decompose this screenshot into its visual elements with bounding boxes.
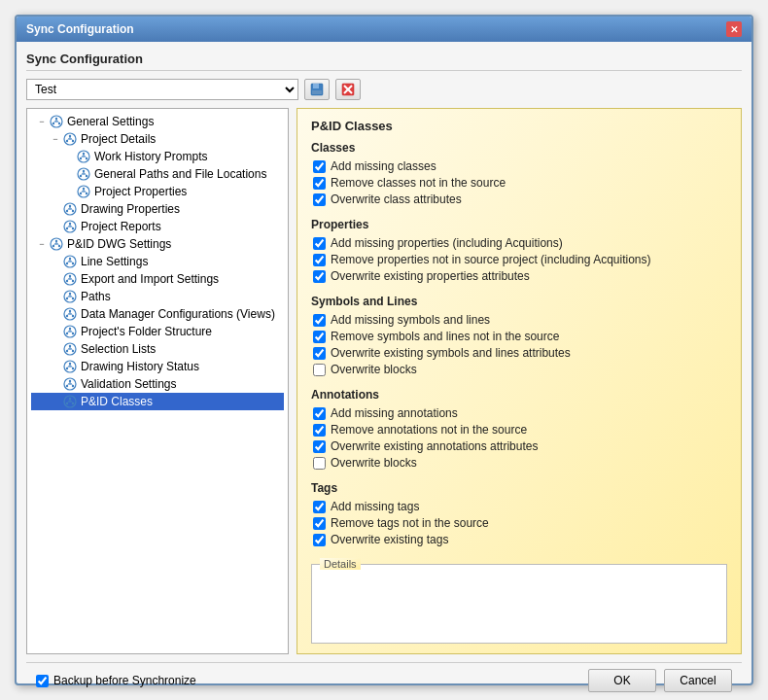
close-button[interactable]: ✕	[726, 21, 742, 37]
cancel-button[interactable]: Cancel	[664, 669, 732, 692]
tree-item-pid-dwg-settings[interactable]: − P&ID DWG Settings	[31, 235, 284, 253]
expand-icon	[62, 150, 76, 163]
checkbox-label-annotations-1: Remove annotations not in the source	[331, 423, 527, 437]
checkbox-row-classes-2: Overwrite class attributes	[311, 192, 727, 206]
tree-item-work-history-prompts[interactable]: Work History Prompts	[31, 148, 284, 165]
checkbox-tags-1[interactable]	[313, 517, 326, 530]
svg-point-62	[66, 280, 68, 282]
save-button[interactable]	[304, 79, 330, 100]
tree-item-drawing-properties[interactable]: Drawing Properties	[31, 200, 284, 218]
sync-configuration-dialog: Sync Configuration ✕ Sync Configuration …	[15, 15, 753, 685]
svg-point-86	[66, 350, 68, 352]
svg-point-80	[66, 332, 68, 334]
tree-item-validation-settings[interactable]: Validation Settings	[31, 375, 284, 393]
checkbox-symbols-lines-3[interactable]	[313, 364, 326, 376]
tree-item-paths[interactable]: Paths	[31, 288, 284, 305]
tree-item-data-manager[interactable]: Data Manager Configurations (Views)	[31, 305, 284, 323]
tree-item-export-import-settings[interactable]: Export and Import Settings	[31, 270, 284, 288]
svg-point-50	[52, 245, 54, 247]
svg-point-55	[69, 258, 71, 260]
checkbox-symbols-lines-2[interactable]	[313, 347, 326, 360]
checkbox-label-symbols-lines-2: Overwrite existing symbols and lines att…	[331, 346, 571, 360]
tree-item-selection-lists[interactable]: Selection Lists	[31, 340, 284, 358]
node-icon	[76, 166, 91, 182]
node-icon	[62, 254, 78, 269]
checkbox-classes-1[interactable]	[313, 177, 326, 190]
checkbox-label-symbols-lines-0: Add missing symbols and lines	[331, 313, 490, 327]
checkbox-properties-2[interactable]	[313, 270, 326, 283]
tree-item-drawing-history[interactable]: Drawing History Status	[31, 358, 284, 375]
checkbox-annotations-3[interactable]	[313, 457, 326, 470]
dialog-title: Sync Configuration	[26, 22, 134, 36]
node-icon	[62, 289, 78, 304]
details-content	[312, 570, 726, 643]
tree-item-folder-structure[interactable]: Project's Folder Structure	[31, 323, 284, 340]
tree-item-label: General Paths and File Locations	[94, 167, 266, 181]
tree-item-label: Drawing Properties	[81, 202, 180, 216]
section-tags: TagsAdd missing tagsRemove tags not in t…	[311, 481, 727, 546]
config-select[interactable]: Test	[26, 79, 298, 100]
checkbox-row-annotations-1: Remove annotations not in the source	[311, 423, 727, 437]
expand-icon	[49, 360, 62, 373]
checkbox-properties-1[interactable]	[313, 254, 326, 266]
tree-item-project-properties[interactable]: Project Properties	[31, 183, 284, 200]
expand-icon	[49, 377, 62, 391]
checkbox-classes-0[interactable]	[313, 160, 326, 173]
tree-item-pid-classes[interactable]: P&ID Classes	[31, 393, 284, 410]
svg-point-69	[72, 298, 74, 299]
svg-point-81	[72, 332, 74, 334]
svg-point-93	[72, 368, 74, 369]
svg-point-39	[72, 210, 74, 212]
tree-item-label: Data Manager Configurations (Views)	[81, 307, 275, 321]
section-title-annotations: Annotations	[311, 388, 727, 402]
tree-item-general-paths[interactable]: General Paths and File Locations	[31, 165, 284, 183]
checkbox-annotations-1[interactable]	[313, 424, 326, 437]
tree-item-project-reports[interactable]: Project Reports	[31, 218, 284, 235]
checkbox-label-symbols-lines-1: Remove symbols and lines not in the sour…	[331, 330, 559, 343]
svg-point-91	[69, 363, 71, 365]
svg-point-33	[86, 192, 87, 194]
expand-icon	[49, 325, 62, 338]
tree-panel: − General Settings− Project Details Work…	[26, 108, 289, 654]
tree-item-project-details[interactable]: − Project Details	[31, 130, 284, 148]
svg-point-38	[66, 210, 68, 212]
svg-point-45	[72, 228, 74, 229]
tree-item-label: Project Reports	[81, 220, 161, 233]
backup-checkbox[interactable]	[36, 675, 49, 687]
checkbox-label-tags-1: Remove tags not in the source	[331, 516, 489, 530]
checkbox-tags-2[interactable]	[313, 534, 326, 546]
svg-point-27	[86, 175, 87, 177]
node-icon	[49, 114, 64, 129]
svg-point-26	[80, 175, 82, 177]
checkbox-annotations-2[interactable]	[313, 440, 326, 453]
button-row: OK Cancel	[588, 669, 732, 692]
svg-point-9	[58, 122, 60, 124]
checkbox-symbols-lines-0[interactable]	[313, 314, 326, 327]
checkbox-classes-2[interactable]	[313, 193, 326, 206]
checkbox-row-symbols-lines-1: Remove symbols and lines not in the sour…	[311, 330, 727, 343]
svg-point-68	[66, 298, 68, 299]
node-icon	[76, 184, 91, 199]
ok-button[interactable]: OK	[588, 669, 656, 692]
svg-point-19	[83, 153, 85, 155]
svg-point-79	[69, 328, 71, 330]
tree-item-general-settings[interactable]: − General Settings	[31, 113, 284, 130]
svg-point-105	[72, 402, 74, 404]
bottom-bar: Backup before Synchronize OK Cancel	[26, 662, 742, 698]
checkbox-annotations-0[interactable]	[313, 407, 326, 420]
checkbox-tags-0[interactable]	[313, 501, 326, 513]
svg-point-21	[86, 158, 87, 159]
tree-item-line-settings[interactable]: Line Settings	[31, 253, 284, 270]
svg-point-31	[83, 188, 85, 190]
svg-point-56	[66, 262, 68, 264]
section-title-properties: Properties	[311, 218, 727, 231]
checkbox-row-annotations-3: Overwrite blocks	[311, 456, 727, 470]
checkbox-label-classes-1: Remove classes not in the source	[331, 176, 506, 190]
right-panel: P&ID Classes ClassesAdd missing classesR…	[297, 108, 742, 654]
delete-button[interactable]	[335, 79, 361, 100]
svg-point-49	[55, 240, 57, 242]
checkbox-symbols-lines-1[interactable]	[313, 331, 326, 343]
checkbox-properties-0[interactable]	[313, 237, 326, 250]
expand-icon: −	[35, 237, 49, 251]
dialog-content: Sync Configuration Test	[17, 42, 751, 700]
